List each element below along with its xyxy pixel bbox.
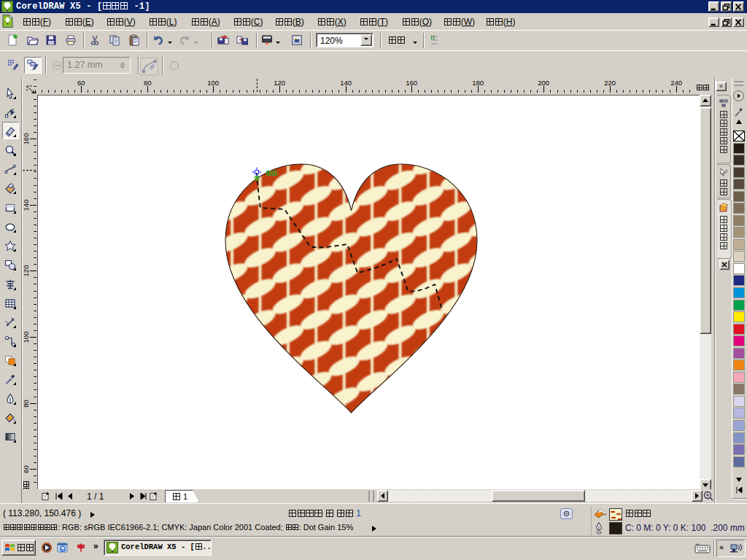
svg-text:100: 100: [22, 332, 30, 343]
svg-text:60: 60: [22, 465, 30, 473]
svg-text:80: 80: [22, 400, 30, 408]
svg-text:160: 160: [22, 133, 30, 145]
svg-text:140: 140: [22, 200, 30, 211]
svg-text:120: 120: [22, 265, 30, 277]
svg-text:?: ?: [724, 168, 728, 175]
